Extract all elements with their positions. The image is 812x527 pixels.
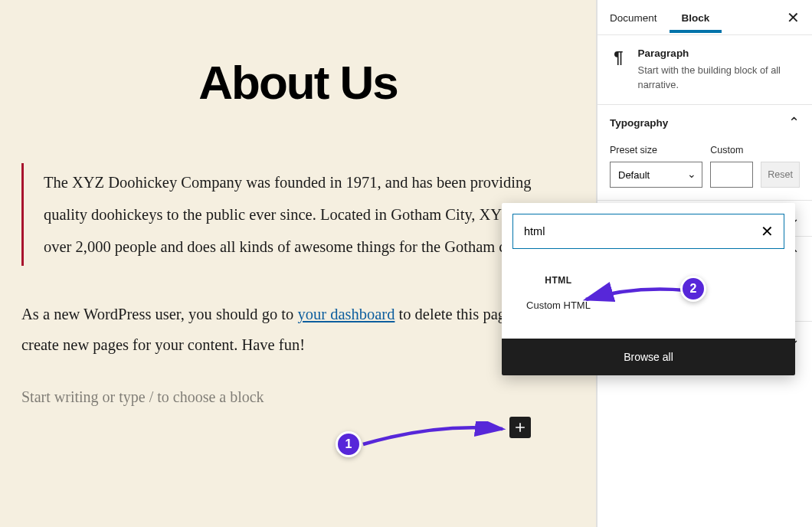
typography-panel: Typography ⌃ Preset size Default ⌄ Custo…: [598, 104, 812, 200]
close-icon: ✕: [787, 8, 800, 27]
browse-all-button[interactable]: Browse all: [502, 339, 795, 375]
block-inserter-popover: ✕ HTML Custom HTML Browse all: [502, 203, 795, 375]
page-title[interactable]: About Us: [21, 55, 575, 110]
html-block-icon: HTML: [517, 275, 600, 286]
preset-size-label: Preset size: [610, 145, 702, 155]
dashboard-link[interactable]: your dashboard: [297, 306, 395, 322]
sidebar-tabs: Document Block ✕: [598, 0, 812, 35]
para-text-before: As a new WordPress user, you should go t…: [21, 306, 297, 322]
reset-button[interactable]: Reset: [761, 162, 800, 188]
preset-size-select[interactable]: Default: [610, 162, 702, 188]
tab-block[interactable]: Block: [670, 2, 722, 33]
block-card-description: Start with the building block of all nar…: [638, 64, 800, 92]
typography-panel-title: Typography: [610, 117, 668, 129]
block-card: ¶ Paragraph Start with the building bloc…: [598, 35, 812, 104]
custom-size-input[interactable]: [710, 162, 753, 188]
intro-paragraph[interactable]: As a new WordPress user, you should go t…: [21, 300, 575, 361]
clear-search-button[interactable]: ✕: [757, 221, 777, 241]
tab-document[interactable]: Document: [598, 2, 670, 33]
block-card-title: Paragraph: [638, 47, 800, 59]
quote-block[interactable]: The XYZ Doohickey Company was founded in…: [21, 163, 575, 266]
annotation-badge-1: 1: [336, 431, 362, 457]
annotation-badge-2: 2: [680, 276, 706, 302]
quote-text: The XYZ Doohickey Company was founded in…: [44, 166, 575, 263]
custom-size-label: Custom: [710, 145, 753, 155]
inserter-result-custom-html[interactable]: HTML Custom HTML: [512, 266, 604, 320]
add-block-button[interactable]: [509, 417, 531, 438]
typography-panel-toggle[interactable]: Typography ⌃: [598, 105, 812, 140]
plus-icon: [512, 420, 528, 435]
block-search-input[interactable]: [512, 214, 784, 249]
chevron-up-icon: ⌃: [788, 116, 800, 129]
close-icon: ✕: [761, 222, 774, 241]
paragraph-icon: ¶: [610, 47, 627, 92]
close-sidebar-button[interactable]: ✕: [781, 6, 804, 29]
inserter-result-label: Custom HTML: [517, 300, 600, 311]
empty-block-placeholder[interactable]: Start writing or type / to choose a bloc…: [21, 388, 575, 406]
